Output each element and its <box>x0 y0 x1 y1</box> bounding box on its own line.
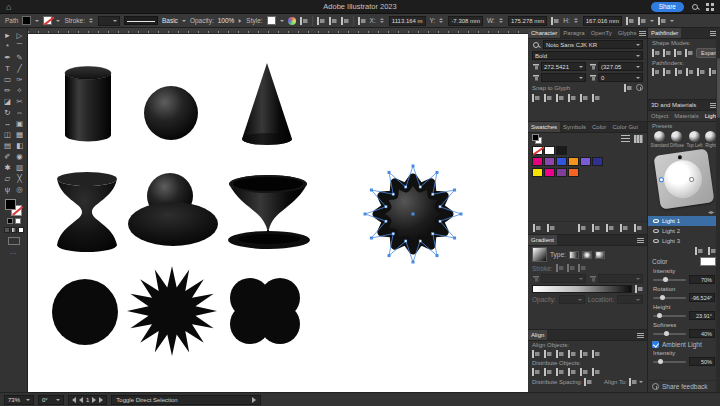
swatch-1[interactable] <box>544 168 555 177</box>
light-handle-top[interactable] <box>678 155 683 160</box>
grid-view-icon[interactable] <box>634 135 643 143</box>
x-stepper[interactable] <box>380 18 384 23</box>
anchor-point[interactable] <box>364 213 367 216</box>
snap-info-icon[interactable] <box>636 84 643 91</box>
type-tool[interactable]: T <box>2 64 14 74</box>
w-stepper[interactable] <box>499 18 503 23</box>
anchor-point[interactable] <box>432 233 434 235</box>
fill-swatch[interactable] <box>5 199 16 210</box>
tab-materials[interactable]: Materials <box>671 111 701 122</box>
mesh-tool[interactable]: ▤ <box>2 141 14 151</box>
anchor-point[interactable] <box>412 165 415 168</box>
radial-gradient-icon[interactable] <box>582 251 592 259</box>
scissors-tool[interactable]: ✂ <box>14 97 26 107</box>
zoom-tool[interactable]: ◎ <box>14 185 26 195</box>
slider-track[interactable] <box>653 333 686 335</box>
gradient-opacity-field[interactable] <box>559 295 585 304</box>
opacity-value[interactable]: 100% <box>218 17 235 24</box>
tab-paragraph[interactable]: Paragra <box>560 28 587 39</box>
anchor-point[interactable] <box>419 186 421 188</box>
tracking-field[interactable]: 0 <box>598 73 643 82</box>
swatch-4[interactable] <box>580 157 591 166</box>
pencil-tool[interactable]: ✏ <box>2 86 14 96</box>
tab-color[interactable]: Color <box>589 122 609 133</box>
document-setup-icon[interactable] <box>300 17 308 25</box>
swatch-2[interactable] <box>556 168 567 177</box>
preset-right[interactable]: Right <box>705 131 716 148</box>
artboard-tool[interactable]: ▱ <box>2 174 14 184</box>
distribute-objects-icons-5[interactable] <box>580 368 588 376</box>
align-objects-icons-6[interactable] <box>592 350 600 358</box>
distribute-spacing-icon[interactable] <box>584 378 592 386</box>
pathfinders-icons-1[interactable] <box>652 68 659 76</box>
cone-shape[interactable] <box>242 63 292 145</box>
anchor-point[interactable] <box>388 171 391 174</box>
slider-value[interactable]: 70% <box>689 275 715 284</box>
x-field[interactable]: 1113.164 m <box>389 16 426 26</box>
anchor-point[interactable] <box>439 206 441 208</box>
swatch-0[interactable] <box>532 168 543 177</box>
brush-preview[interactable] <box>124 16 158 25</box>
sphere-shape[interactable] <box>144 86 198 140</box>
list-view-icon[interactable] <box>621 135 630 143</box>
glyph-snap-icons-6[interactable] <box>592 94 600 102</box>
corner-options-icon[interactable] <box>638 17 646 25</box>
style-chip[interactable] <box>267 16 276 25</box>
font-family-field[interactable]: Noto Sans CJK KR <box>543 40 643 49</box>
anchor-point[interactable] <box>392 193 394 195</box>
transform-icon[interactable] <box>626 17 634 25</box>
zoom-level-field[interactable]: 73% <box>4 395 34 405</box>
align-cluster-3[interactable] <box>341 17 349 25</box>
artboard-canvas[interactable] <box>28 28 528 392</box>
share-feedback-link[interactable]: Share feedback <box>662 383 708 390</box>
prev-artboard-icon[interactable] <box>79 397 83 403</box>
anchor-point[interactable] <box>370 189 373 192</box>
slider-track[interactable] <box>653 297 686 299</box>
brush-caret-icon[interactable] <box>182 20 186 22</box>
preset-diffuse[interactable]: Diffuse <box>670 131 684 148</box>
symbol-sprayer-tool[interactable]: ✱ <box>2 163 14 173</box>
quatrefoil-shape[interactable] <box>230 278 300 344</box>
slider-value[interactable]: 23.91° <box>689 311 715 320</box>
stroke-along-icon[interactable] <box>567 264 575 272</box>
status-hint-field[interactable]: Toggle Direct Selection <box>111 395 261 405</box>
workspace-switcher-icon[interactable] <box>706 3 714 11</box>
recolor-artwork-icon[interactable] <box>288 17 296 25</box>
delete-swatch-icon[interactable] <box>634 224 642 232</box>
slice-tool[interactable]: ╳ <box>14 174 26 184</box>
brush-style-value[interactable]: Basic <box>162 17 178 24</box>
anchor-point[interactable] <box>419 240 421 242</box>
edit-toolbar-icon[interactable]: … <box>10 248 18 255</box>
scale-tool[interactable]: ⇔ <box>14 108 26 118</box>
shaper-tool[interactable]: ✧ <box>14 86 26 96</box>
shape-modes-icons-3[interactable] <box>674 49 682 57</box>
opacity-expand-icon[interactable] <box>239 18 242 22</box>
snap-options-icon[interactable] <box>624 84 632 92</box>
align-menu-icon[interactable] <box>637 333 644 338</box>
pathfinder-title[interactable]: Pathfinder <box>648 28 681 39</box>
anchor-point[interactable] <box>388 254 391 257</box>
stroke-width-field[interactable] <box>98 16 120 26</box>
linear-gradient-icon[interactable] <box>569 251 579 259</box>
anchor-point[interactable] <box>432 193 434 195</box>
search-icon[interactable] <box>691 3 699 11</box>
style-caret-icon[interactable] <box>280 20 284 22</box>
mini-fill-icon[interactable] <box>7 218 13 224</box>
leading-field[interactable]: (327.05 <box>598 62 643 71</box>
anchor-point[interactable] <box>460 213 463 216</box>
none-mode-icon[interactable] <box>18 227 24 233</box>
font-size-field[interactable]: 272.5421 <box>541 62 586 71</box>
swatch-2[interactable] <box>556 146 567 155</box>
direct-selection-tool[interactable]: ▷ <box>14 31 26 41</box>
y-stepper[interactable] <box>439 18 443 23</box>
align-objects-icons-2[interactable] <box>544 350 552 358</box>
preset-standard[interactable]: Standard <box>652 131 667 148</box>
swatch-options-icon[interactable] <box>592 224 600 232</box>
slider-track[interactable] <box>653 315 686 317</box>
pathfinders-icons-3[interactable] <box>675 68 682 76</box>
light-item-1[interactable]: Light 1 <box>648 216 720 226</box>
column-graph-tool[interactable]: ▥ <box>14 163 26 173</box>
corner-caret-icon[interactable] <box>650 20 654 22</box>
slider-knob[interactable] <box>660 295 665 300</box>
stroke-color-chip[interactable] <box>43 16 52 25</box>
